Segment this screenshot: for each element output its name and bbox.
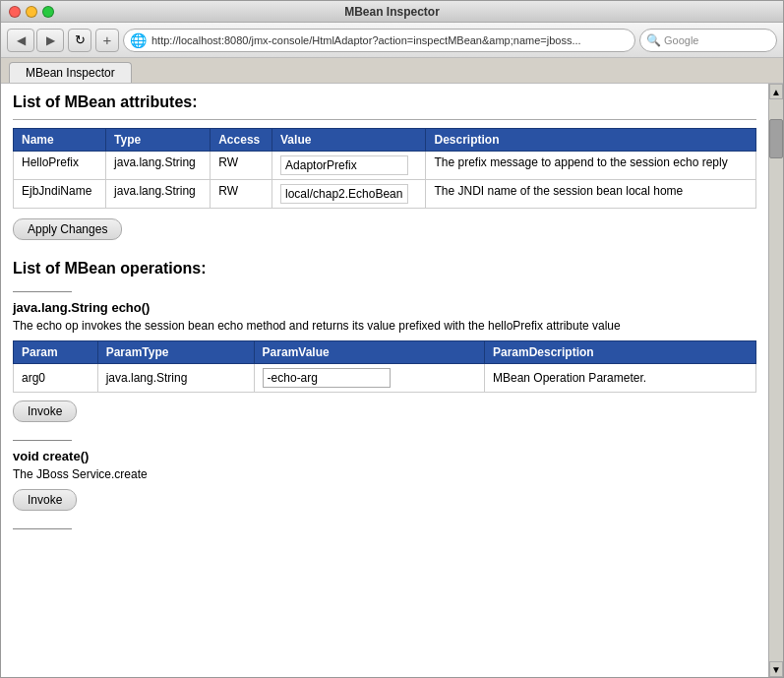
main-content: List of MBean attributes: Name Type Acce… <box>1 84 768 677</box>
col-description: Description <box>426 129 756 152</box>
op-divider-end <box>13 528 72 529</box>
attr-type-1: java.lang.String <box>106 180 211 209</box>
forward-icon: ▶ <box>46 33 55 47</box>
operations-divider <box>13 291 72 292</box>
op-col-paramvalue: ParamValue <box>254 341 484 364</box>
col-type: Type <box>106 129 211 152</box>
attr-value-0[interactable] <box>272 152 426 180</box>
operation-create: void create() The JBoss Service.create I… <box>13 449 756 515</box>
scroll-up-arrow[interactable]: ▲ <box>769 84 783 99</box>
tab-mbean-inspector[interactable]: MBean Inspector <box>9 62 132 83</box>
table-row: arg0 java.lang.String MBean Operation Pa… <box>14 364 756 393</box>
apply-changes-button[interactable]: Apply Changes <box>13 218 122 240</box>
tab-label: MBean Inspector <box>26 66 115 80</box>
search-icon: 🔍 <box>646 33 661 47</box>
attr-access-1: RW <box>211 180 272 209</box>
minimize-button[interactable] <box>26 6 37 18</box>
attr-value-1[interactable] <box>272 180 426 209</box>
scroll-down-arrow[interactable]: ▼ <box>769 661 783 677</box>
create-signature: void create() <box>13 449 756 463</box>
op-paramdesc-0: MBean Operation Parameter. <box>484 364 755 393</box>
add-tab-button[interactable]: + <box>95 29 119 52</box>
param-value-input-0[interactable] <box>263 368 391 388</box>
create-description: The JBoss Service.create <box>13 467 756 481</box>
op-col-param: Param <box>14 341 98 364</box>
invoke-create-button[interactable]: Invoke <box>13 489 77 511</box>
plus-icon: + <box>103 31 112 48</box>
echo-params-table: Param ParamType ParamValue ParamDescript… <box>13 340 756 393</box>
back-button[interactable]: ◀ <box>7 29 34 52</box>
close-button[interactable] <box>9 6 21 18</box>
attr-name-0: HelloPrefix <box>14 152 106 180</box>
op-param-0: arg0 <box>14 364 98 393</box>
col-access: Access <box>211 129 272 152</box>
search-bar[interactable]: 🔍 Google <box>639 29 777 52</box>
scrollbar[interactable]: ▲ ▼ <box>768 84 783 677</box>
table-row: EjbJndiName java.lang.String RW The JNDI… <box>14 180 756 209</box>
echo-description: The echo op invokes the session bean ech… <box>13 319 756 333</box>
table-row: HelloPrefix java.lang.String RW The pref… <box>14 152 756 180</box>
search-placeholder: Google <box>664 34 698 46</box>
op-col-paramtype: ParamType <box>97 341 254 364</box>
url-bar[interactable]: 🌐 http://localhost:8080/jmx-console/Html… <box>123 29 635 52</box>
traffic-lights <box>9 6 54 18</box>
scroll-track[interactable] <box>769 99 783 661</box>
operation-echo: java.lang.String echo() The echo op invo… <box>13 300 756 426</box>
attr-desc-0: The prefix message to append to the sess… <box>426 152 756 180</box>
attr-value-input-0[interactable] <box>280 155 408 175</box>
toolbar: ◀ ▶ ↻ + 🌐 http://localhost:8080/jmx-cons… <box>1 23 783 58</box>
op-col-paramdesc: ParamDescription <box>484 341 755 364</box>
col-value: Value <box>272 129 426 152</box>
op-paramvalue-0[interactable] <box>254 364 484 393</box>
attr-desc-1: The JNDI name of the session bean local … <box>426 180 756 209</box>
attributes-table: Name Type Access Value Description Hello… <box>13 128 756 209</box>
reload-button[interactable]: ↻ <box>68 29 91 52</box>
attr-value-input-1[interactable] <box>280 184 408 204</box>
operations-title: List of MBean operations: <box>13 260 756 277</box>
col-name: Name <box>14 129 106 152</box>
echo-signature: java.lang.String echo() <box>13 300 756 315</box>
tab-bar: MBean Inspector <box>1 58 783 84</box>
back-icon: ◀ <box>17 33 26 47</box>
maximize-button[interactable] <box>42 6 54 18</box>
attr-access-0: RW <box>211 152 272 180</box>
attributes-divider <box>13 119 756 120</box>
op-divider-2 <box>13 440 72 441</box>
scroll-thumb[interactable] <box>769 119 783 158</box>
globe-icon: 🌐 <box>130 32 147 48</box>
url-text: http://localhost:8080/jmx-console/HtmlAd… <box>151 34 581 46</box>
attributes-title: List of MBean attributes: <box>13 93 756 111</box>
forward-button[interactable]: ▶ <box>36 29 64 52</box>
window-title: MBean Inspector <box>344 5 440 19</box>
op-paramtype-0: java.lang.String <box>97 364 254 393</box>
invoke-echo-button[interactable]: Invoke <box>13 401 77 422</box>
attr-name-1: EjbJndiName <box>14 180 106 209</box>
reload-icon: ↻ <box>75 32 86 47</box>
attr-type-0: java.lang.String <box>106 152 211 180</box>
title-bar: MBean Inspector <box>1 1 783 23</box>
